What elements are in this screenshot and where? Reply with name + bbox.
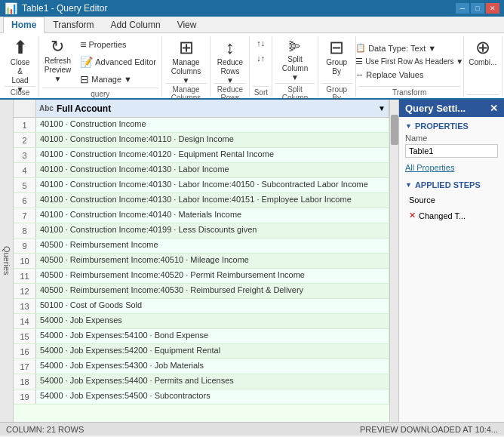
row-number: 5 (14, 178, 36, 192)
replace-values-label: ↔ Replace Values (355, 70, 423, 79)
column-header-full-account[interactable]: Abc Full Account ▼ (36, 100, 389, 117)
table-row[interactable]: 1454000 · Job Expenses (14, 314, 389, 329)
table-row[interactable]: 1140500 · Reimbursement Income:40520 · P… (14, 269, 389, 284)
panel-close-icon[interactable]: ✕ (490, 103, 498, 114)
step-source-label: Source (409, 195, 435, 205)
manage-columns-label: ManageColumns ▼ (169, 58, 204, 85)
transform-group-label: Transform (359, 86, 460, 97)
row-cell-full-account: 40100 · Construction Income:40120 · Equi… (36, 148, 389, 162)
queries-sidebar[interactable]: Queries (0, 100, 14, 422)
minimize-button[interactable]: ─ (456, 3, 469, 14)
close-load-icon: ⬆ (13, 38, 28, 57)
table-row[interactable]: 1240500 · Reimbursement Income:40530 · R… (14, 284, 389, 299)
row-number: 6 (14, 193, 36, 208)
row-number: 9 (14, 239, 36, 253)
row-number: 7 (14, 208, 36, 223)
ribbon: ⬆ Close &Load ▼ Close ↻ RefreshPreview ▼… (0, 33, 504, 100)
table-row[interactable]: 640100 · Construction Income:40130 · Lab… (14, 193, 389, 208)
properties-section-header: PROPERTIES (405, 122, 498, 131)
tab-home[interactable]: Home (3, 17, 45, 33)
manage-label: Manage ▼ (91, 75, 132, 84)
row-cell-full-account: 54000 · Job Expenses:54100 · Bond Expens… (36, 329, 389, 343)
window-controls: ─ □ ✕ (456, 3, 499, 14)
table-row[interactable]: 1654000 · Job Expenses:54200 · Equipment… (14, 344, 389, 359)
sort-group-label: Sort (253, 86, 269, 97)
tab-view[interactable]: View (169, 17, 205, 32)
table-row[interactable]: 740100 · Construction Income:40140 · Mat… (14, 208, 389, 223)
close-load-button[interactable]: ⬆ Close &Load ▼ (5, 36, 35, 83)
reduce-rows-icon: ↕ (226, 38, 235, 57)
combi-icon: ⊕ (475, 38, 490, 57)
row-number: 3 (14, 148, 36, 162)
maximize-button[interactable]: □ (471, 3, 484, 14)
table-row[interactable]: 1554000 · Job Expenses:54100 · Bond Expe… (14, 329, 389, 344)
table-row[interactable]: 940500 · Reimbursement Income (14, 239, 389, 254)
advanced-editor-icon: 📝 (80, 56, 93, 68)
split-column-button[interactable]: ⫸ SplitColumn ▼ (275, 36, 314, 83)
combi-button[interactable]: ⊕ Combi... (465, 36, 500, 83)
split-column-icon: ⫸ (287, 38, 303, 54)
manage-button[interactable]: ⊟ Manage ▼ (76, 71, 160, 88)
table-row[interactable]: 540100 · Construction Income:40130 · Lab… (14, 178, 389, 193)
table-row[interactable]: 340100 · Construction Income:40120 · Equ… (14, 148, 389, 163)
properties-button[interactable]: ≡ Properties (76, 36, 160, 53)
row-cell-full-account: 40500 · Reimbursement Income:40530 · Rei… (36, 284, 389, 298)
table-row[interactable]: 840100 · Construction Income:40199 · Les… (14, 223, 389, 239)
row-cell-full-account: 40100 · Construction Income:40199 · Less… (36, 223, 389, 238)
step-source[interactable]: Source (405, 192, 498, 208)
data-type-label: Data Type: Text ▼ (368, 44, 436, 53)
table-row[interactable]: 1954000 · Job Expenses:54500 · Subcontra… (14, 389, 389, 405)
manage-columns-button[interactable]: ⊞ ManageColumns ▼ (165, 36, 207, 83)
row-cell-full-account: 40100 · Construction Income (36, 118, 389, 132)
sort-asc-icon: ↑↓ (257, 38, 265, 48)
step-delete-icon[interactable]: ✕ (409, 211, 416, 220)
data-type-dropdown[interactable]: 📋 Data Type: Text ▼ (353, 42, 438, 54)
status-right: PREVIEW DOWNLOADED AT 10:4... (360, 425, 498, 434)
all-properties-link[interactable]: All Properties (405, 163, 454, 172)
tab-transform[interactable]: Transform (45, 17, 102, 32)
advanced-editor-button[interactable]: 📝 Advanced Editor (76, 54, 160, 70)
tab-add-column[interactable]: Add Column (103, 17, 169, 32)
ribbon-group-reduce-rows: ↕ ReduceRows ▼ ReduceRows (211, 36, 250, 97)
row-cell-full-account: 54000 · Job Expenses:54400 · Permits and… (36, 374, 389, 389)
applied-steps-header: APPLIED STEPS (405, 180, 498, 189)
sort-asc-button[interactable]: ↑↓ (253, 36, 269, 50)
row-cell-full-account: 54000 · Job Expenses:54500 · Subcontract… (36, 389, 389, 404)
data-type-icon: 📋 (355, 43, 366, 53)
vertical-scrollbar[interactable] (389, 100, 398, 422)
table-row[interactable]: 1350100 · Cost of Goods Sold (14, 299, 389, 314)
group-by-icon: ⊟ (329, 38, 344, 57)
reduce-rows-button[interactable]: ↕ ReduceRows ▼ (214, 36, 247, 83)
manage-columns-icon: ⊞ (179, 38, 194, 57)
close-button[interactable]: ✕ (486, 3, 499, 14)
first-row-headers-dropdown[interactable]: ☰ Use First Row As Headers ▼ (353, 56, 466, 67)
scrollbar-thumb[interactable] (391, 115, 398, 145)
name-label: Name (405, 134, 498, 143)
name-input[interactable] (405, 144, 498, 158)
replace-values-dropdown[interactable]: ↔ Replace Values (353, 69, 426, 80)
row-cell-full-account: 54000 · Job Expenses:54200 · Equipment R… (36, 344, 389, 359)
table-row[interactable]: 140100 · Construction Income (14, 118, 389, 133)
split-column-label: SplitColumn ▼ (279, 55, 310, 82)
window-title: Table1 - Query Editor (22, 3, 456, 14)
table-row[interactable]: 1040500 · Reimbursement Income:40510 · M… (14, 254, 389, 269)
table-row[interactable]: 240100 · Construction Income:40110 · Des… (14, 133, 389, 148)
ribbon-group-group-by: ⊟ GroupBy GroupBy (318, 36, 356, 97)
table-row[interactable]: 1754000 · Job Expenses:54300 · Job Mater… (14, 359, 389, 374)
ribbon-group-close: ⬆ Close &Load ▼ Close (2, 36, 39, 97)
column-dropdown-icon[interactable]: ▼ (378, 104, 386, 112)
group-by-button[interactable]: ⊟ GroupBy (321, 36, 352, 83)
row-number: 4 (14, 163, 36, 177)
main-layout: Queries Abc Full Account ▼ 140100 · Cons… (0, 100, 504, 422)
table-row[interactable]: 440100 · Construction Income:40130 · Lab… (14, 163, 389, 178)
sort-desc-button[interactable]: ↓↑ (253, 51, 269, 65)
refresh-preview-button[interactable]: ↻ RefreshPreview ▼ (41, 36, 75, 83)
panel-title: Query Setti... (405, 103, 466, 114)
step-changed-t[interactable]: ✕ Changed T... (405, 208, 498, 223)
row-number: 17 (14, 359, 36, 374)
step-changed-t-label: Changed T... (419, 211, 466, 220)
row-cell-full-account: 40500 · Reimbursement Income:40510 · Mil… (36, 254, 389, 268)
row-number: 8 (14, 223, 36, 238)
table-row[interactable]: 1854000 · Job Expenses:54400 · Permits a… (14, 374, 389, 389)
row-number: 1 (14, 118, 36, 132)
